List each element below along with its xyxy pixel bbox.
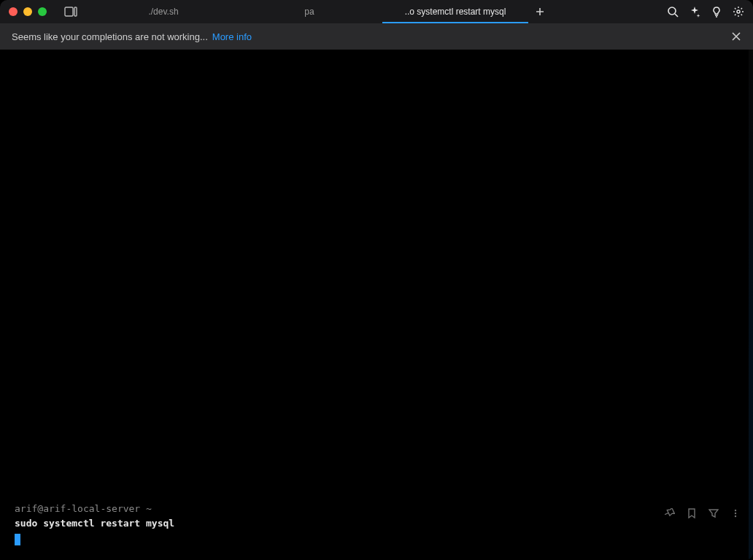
close-icon <box>731 31 741 42</box>
terminal-body[interactable]: arif@arif-local-server ~ sudo systemctl … <box>0 50 753 560</box>
tab-pa[interactable]: pa <box>236 0 382 23</box>
titlebar-right-icons <box>667 6 744 18</box>
banner-more-info-link[interactable]: More info <box>212 31 252 42</box>
banner-close-button[interactable] <box>731 31 741 42</box>
tab-dev-sh[interactable]: ./dev.sh <box>90 0 236 23</box>
search-icon <box>667 6 679 18</box>
prompt-command: sudo systemctl restart mysql <box>15 516 174 531</box>
settings-button[interactable] <box>733 6 744 18</box>
tab-label: pa <box>304 7 314 17</box>
svg-rect-0 <box>65 7 73 16</box>
tab-systemctl-restart-mysql[interactable]: ..o systemctl restart mysql <box>382 0 528 23</box>
notification-banner: Seems like your completions are not work… <box>0 23 753 50</box>
new-tab-button[interactable] <box>528 0 552 23</box>
prompt-ps1: arif@arif-local-server ~ <box>15 502 152 516</box>
plus-icon <box>536 7 544 16</box>
tab-label: ..o systemctl restart mysql <box>405 7 506 17</box>
svg-rect-1 <box>74 7 77 16</box>
zoom-window-button[interactable] <box>38 7 47 16</box>
bulb-button[interactable] <box>711 6 722 18</box>
minimize-window-button[interactable] <box>23 7 32 16</box>
prompt-block: arif@arif-local-server ~ sudo systemctl … <box>0 502 753 560</box>
close-window-button[interactable] <box>9 7 18 16</box>
sparkle-icon <box>689 6 700 18</box>
svg-point-3 <box>737 10 740 13</box>
banner-message: Seems like your completions are not work… <box>12 31 208 42</box>
window-controls <box>9 7 47 16</box>
tab-label: ./dev.sh <box>148 7 178 17</box>
app-window: ./dev.sh pa ..o systemctl restart mysql <box>0 0 753 560</box>
panel-toggle-button[interactable] <box>61 7 80 17</box>
scrollbar[interactable] <box>749 50 753 560</box>
svg-point-2 <box>668 7 676 15</box>
cursor <box>15 534 20 545</box>
gear-icon <box>733 6 744 18</box>
tab-strip: ./dev.sh pa ..o systemctl restart mysql <box>90 0 661 23</box>
bulb-icon <box>711 6 722 18</box>
titlebar: ./dev.sh pa ..o systemctl restart mysql <box>0 0 753 23</box>
search-button[interactable] <box>667 6 679 18</box>
sparkle-button[interactable] <box>689 6 700 18</box>
